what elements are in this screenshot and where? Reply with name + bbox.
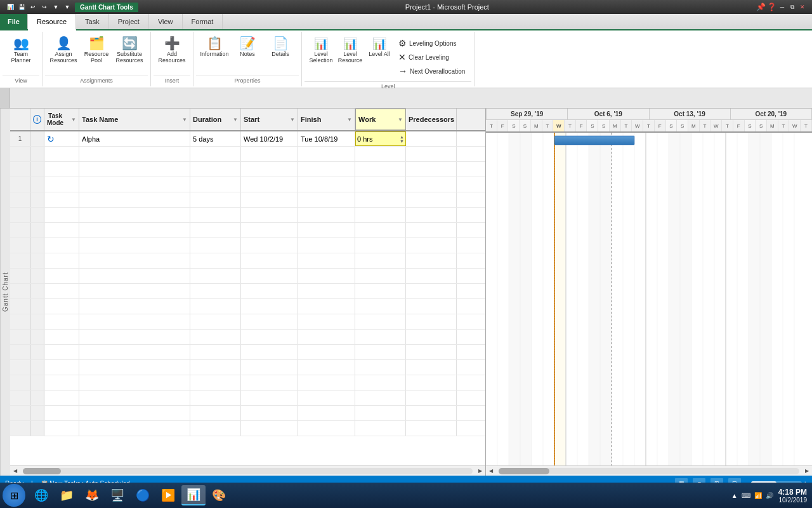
taskbar-network[interactable]: 🖥️ (105, 485, 129, 505)
tab-format[interactable]: Format (183, 14, 223, 29)
work-spin-up[interactable]: ▲ (400, 135, 404, 139)
tab-project[interactable]: Project (109, 14, 149, 29)
col-header-work[interactable]: Work ▼ (355, 109, 406, 130)
table-row[interactable] (10, 375, 485, 391)
minimize-button[interactable]: ─ (778, 3, 787, 11)
table-row[interactable] (10, 253, 485, 269)
scroll-right-arrow[interactable]: ▶ (475, 466, 485, 476)
tray-arrow[interactable]: ▲ (731, 492, 738, 499)
col-header-predecessors[interactable]: Predecessors (406, 109, 457, 130)
leveling-options-button[interactable]: ⚙ Leveling Options (395, 37, 469, 50)
chart-hscroll[interactable]: ◀ ▶ (486, 465, 812, 476)
work-spinner-1[interactable]: ▲ ▼ (400, 135, 404, 144)
taskbar-paint[interactable]: 🎨 (207, 485, 231, 505)
col-header-duration[interactable]: Duration ▼ (190, 109, 241, 130)
windows-taskbar: ⊞ 🌐 📁 🦊 🖥️ 🔵 ▶️ 📊 🎨 ▲ ⌨ 📶 🔊 4:18 PM 10/2… (0, 483, 812, 508)
table-row[interactable] (10, 162, 485, 177)
clock[interactable]: 4:18 PM 10/2/2019 (778, 488, 807, 504)
main-area: Today Finish Wed 10/2/19 Tue 10/8/19 Gan… (0, 88, 812, 491)
cell-rownum-1: 1 (10, 131, 30, 146)
table-row[interactable] (10, 299, 485, 314)
undo-icon[interactable]: ↩ (28, 2, 38, 12)
cell-start-1[interactable]: Wed 10/2/19 (241, 131, 298, 146)
table-row[interactable] (10, 421, 485, 436)
add-resources-button[interactable]: ➕ Add Resources (156, 34, 188, 72)
resource-pool-button[interactable]: 🗂️ Resource Pool (81, 34, 112, 72)
tab-resource[interactable]: Resource (28, 14, 76, 30)
info-icon[interactable]: i (33, 115, 41, 124)
taskbar-chrome[interactable]: 🔵 (131, 485, 155, 505)
tab-view[interactable]: View (149, 14, 183, 29)
chart-scroll-left[interactable]: ◀ (486, 466, 496, 476)
clear-leveling-button[interactable]: ✕ Clear Leveling (395, 51, 469, 64)
task-bar-alpha[interactable] (554, 136, 634, 145)
resource-pool-icon: 🗂️ (89, 37, 105, 50)
chart-day: F (733, 120, 745, 131)
taskbar-ie[interactable]: 🌐 (29, 485, 53, 505)
group-insert-items: ➕ Add Resources (154, 33, 190, 76)
table-hscroll[interactable]: ◀ ▶ (10, 465, 485, 476)
table-row[interactable] (10, 360, 485, 375)
level-resource-button[interactable]: 📊 Level Resource (336, 34, 364, 66)
table-row[interactable] (10, 238, 485, 253)
save-icon[interactable]: 💾 (16, 2, 27, 12)
tab-file[interactable]: File (0, 14, 28, 29)
table-row[interactable] (10, 391, 485, 406)
assign-resources-button[interactable]: 👤 Assign Resources (48, 34, 79, 72)
undo-dropdown-icon[interactable]: ▼ (51, 2, 61, 12)
cell-duration-1[interactable]: 5 days (190, 131, 241, 146)
taskbar-project[interactable]: 📊 (181, 485, 206, 505)
tray-network: 📶 (754, 492, 762, 499)
table-row[interactable] (10, 147, 485, 162)
pin-icon[interactable]: 📌 (756, 3, 766, 11)
taskbar-media[interactable]: ▶️ (156, 485, 180, 505)
substitute-resources-button[interactable]: 🔄 Substitute Resources (114, 34, 145, 72)
redo-icon[interactable]: ↪ (39, 2, 49, 12)
cell-finish-1[interactable]: Tue 10/8/19 (298, 131, 355, 146)
customize-icon[interactable]: ▼ (62, 2, 72, 12)
cell-predecessors-1[interactable] (406, 131, 457, 146)
level-selection-button[interactable]: 📊 Level Selection (307, 34, 335, 66)
table-row[interactable] (10, 269, 485, 284)
taskbar-firefox[interactable]: 🦊 (80, 485, 104, 505)
start-button[interactable]: ⊞ (3, 484, 25, 507)
table-row[interactable] (10, 192, 485, 208)
table-row[interactable] (10, 208, 485, 223)
chart-scroll-thumb[interactable] (499, 468, 549, 474)
table-row[interactable] (10, 345, 485, 360)
cell-taskname-1[interactable]: Alpha (79, 131, 190, 146)
table-row[interactable] (10, 406, 485, 421)
level-all-label: Level All (369, 51, 390, 57)
work-spin-down[interactable]: ▼ (400, 139, 404, 144)
table-row[interactable] (10, 284, 485, 299)
col-header-finish[interactable]: Finish ▼ (298, 109, 355, 130)
close-button[interactable]: ✕ (798, 3, 807, 11)
help-icon[interactable]: ❓ (767, 3, 776, 11)
table-row[interactable] (10, 314, 485, 330)
team-planner-button[interactable]: 👥 Team Planner (5, 34, 37, 72)
col-header-taskmode[interactable]: Task Mode ▼ (44, 109, 79, 130)
tab-task[interactable]: Task (76, 14, 109, 29)
next-overallocation-button[interactable]: → Next Overallocation (395, 65, 469, 77)
chart-scroll-right[interactable]: ▶ (802, 466, 812, 476)
window-controls[interactable]: 📌 ❓ ─ ⧉ ✕ (756, 3, 807, 11)
information-button[interactable]: 📋 Information (199, 34, 230, 72)
scroll-left-arrow[interactable]: ◀ (10, 466, 20, 476)
col-header-start[interactable]: Start ▼ (241, 109, 298, 130)
table-row[interactable] (10, 177, 485, 192)
col-header-taskname[interactable]: Task Name ▼ (79, 109, 190, 130)
notes-button[interactable]: 📝 Notes (232, 34, 263, 72)
details-button[interactable]: 📄 Details (265, 34, 296, 72)
group-assignments-label: Assignments (45, 76, 148, 85)
scroll-thumb[interactable] (23, 468, 61, 474)
level-all-button[interactable]: 📊 Level All (365, 34, 393, 66)
taskbar-explorer[interactable]: 📁 (55, 485, 79, 505)
table-row[interactable] (10, 330, 485, 345)
quick-access[interactable]: 📊 💾 ↩ ↪ ▼ ▼ (5, 2, 72, 12)
table-row[interactable] (10, 223, 485, 238)
cell-work-1[interactable]: 0 hrs ▲ ▼ (355, 131, 406, 146)
table-row[interactable]: 1 ↻ Alpha 5 days Wed 10/2/19 Tue 10/8/19… (10, 131, 485, 147)
sort-icon-taskmode: ▼ (71, 117, 76, 123)
restore-button[interactable]: ⧉ (788, 3, 797, 11)
information-icon: 📋 (207, 37, 223, 50)
